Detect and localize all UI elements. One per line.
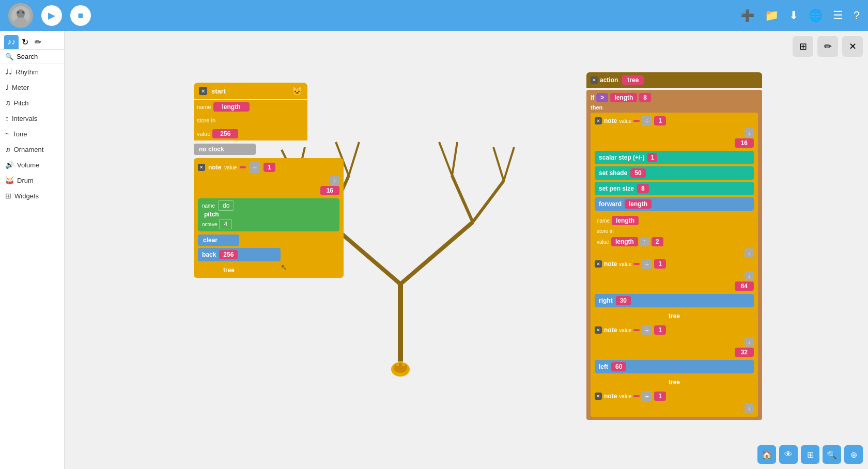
- header: ▶ ■ ➕ 📁 ⬇ 🌐 ☰ ?: [0, 0, 868, 31]
- sidebar-item-widgets[interactable]: ⊞ Widgets: [0, 188, 64, 204]
- play-button[interactable]: ▶: [41, 5, 62, 26]
- val1d[interactable]: 1: [654, 392, 666, 401]
- sidebar-item-rhythm[interactable]: ♩♩ Rhythm: [0, 64, 64, 80]
- note3-val[interactable]: [633, 329, 640, 331]
- do-label[interactable]: do: [218, 200, 234, 211]
- forward-block[interactable]: forward length: [595, 197, 754, 211]
- search-button[interactable]: 🔍: [823, 445, 841, 464]
- tree2-block[interactable]: tree: [595, 310, 754, 322]
- note-val1[interactable]: [240, 166, 246, 168]
- divide2[interactable]: ÷: [642, 116, 652, 126]
- scalar-block[interactable]: scalar step (+/-) 1: [595, 151, 754, 164]
- value-256[interactable]: 256: [212, 129, 238, 138]
- search-item[interactable]: 🔍 Search: [0, 50, 64, 64]
- sidebar-item-drum[interactable]: 🥁 Drum: [0, 173, 64, 188]
- note1-val[interactable]: [633, 120, 640, 122]
- sidebar-item-meter[interactable]: ♩ Meter: [0, 80, 64, 95]
- start-block[interactable]: ✕ start 🐱: [194, 83, 307, 99]
- pitch-block[interactable]: name do pitch octave 4: [198, 198, 339, 231]
- start-close[interactable]: ✕: [199, 87, 207, 95]
- val-8[interactable]: 8: [639, 93, 651, 102]
- divide6[interactable]: ÷: [642, 391, 652, 401]
- length-block-right[interactable]: length: [610, 93, 637, 102]
- length2-block[interactable]: length: [612, 216, 639, 225]
- shade-val[interactable]: 50: [630, 168, 645, 178]
- globe-icon[interactable]: 🌐: [809, 9, 823, 22]
- val1a[interactable]: 1: [654, 116, 666, 126]
- sidebar-item-intervals[interactable]: ↕ Intervals: [0, 111, 64, 126]
- tab-refresh[interactable]: ↻: [19, 35, 32, 49]
- action-tree-header[interactable]: ✕ action tree: [586, 72, 762, 88]
- sidebar-item-pitch[interactable]: ♫ Pitch: [0, 95, 64, 111]
- note1-close[interactable]: ✕: [595, 117, 602, 124]
- menu-icon[interactable]: ☰: [833, 9, 843, 22]
- note-close[interactable]: ✕: [198, 164, 205, 171]
- divide3[interactable]: ÷: [640, 237, 649, 246]
- note2-close[interactable]: ✕: [595, 260, 602, 268]
- tab-music[interactable]: ♪♪: [4, 35, 19, 49]
- val16a[interactable]: 16: [735, 138, 754, 148]
- val1c[interactable]: 1: [654, 325, 666, 335]
- folder-icon[interactable]: 📁: [765, 9, 779, 22]
- sidebar-item-ornament[interactable]: ♬ Ornament: [0, 142, 64, 157]
- no-clock-block[interactable]: no clock: [194, 144, 256, 155]
- set-pen-block[interactable]: set pen size 8: [595, 182, 754, 195]
- note3-row: ✕ note value ÷ 1: [595, 325, 754, 335]
- note2-val[interactable]: [633, 263, 640, 265]
- expand-button[interactable]: ✕: [842, 36, 863, 57]
- help-icon[interactable]: ?: [854, 9, 860, 22]
- sidebar-item-volume[interactable]: 🔊 Volume: [0, 157, 64, 173]
- right-block[interactable]: right 30: [595, 294, 754, 307]
- note4-val[interactable]: [633, 395, 640, 397]
- scalar-val[interactable]: 1: [647, 153, 657, 162]
- octave-val[interactable]: 4: [219, 219, 232, 229]
- zoom-in-button[interactable]: ⊕: [844, 445, 863, 464]
- sidebar-item-tone[interactable]: ~ Tone: [0, 126, 64, 142]
- home-button[interactable]: 🏠: [757, 445, 776, 464]
- left-val[interactable]: 60: [611, 362, 626, 371]
- canvas[interactable]: ✕ start 🐱 name length store in value 256…: [65, 31, 868, 469]
- val32[interactable]: 32: [735, 348, 754, 357]
- div2[interactable]: 2: [652, 237, 663, 246]
- gt-block[interactable]: >: [596, 93, 608, 102]
- action-close[interactable]: ✕: [591, 76, 598, 84]
- pen-val[interactable]: 8: [637, 184, 649, 193]
- grid-view-button[interactable]: ⊞: [793, 36, 813, 57]
- len-div[interactable]: length: [611, 237, 638, 246]
- eye-button[interactable]: 👁: [779, 445, 798, 464]
- tab-edit[interactable]: ✏: [32, 35, 44, 49]
- note-val1b[interactable]: 1: [264, 163, 275, 172]
- note4-close[interactable]: ✕: [595, 393, 602, 400]
- clear-block[interactable]: clear: [198, 234, 239, 246]
- svg-line-15: [349, 142, 359, 176]
- new-file-icon[interactable]: ➕: [740, 9, 754, 22]
- avatar: [8, 3, 33, 28]
- tree-block-left[interactable]: tree: [198, 264, 260, 276]
- back-block[interactable]: back 256: [198, 248, 281, 261]
- divide-icon[interactable]: ÷: [249, 162, 260, 173]
- back-val[interactable]: 256: [219, 250, 238, 259]
- note3-close[interactable]: ✕: [595, 326, 602, 334]
- divide5[interactable]: ÷: [642, 325, 652, 335]
- fwd-length[interactable]: length: [625, 199, 652, 209]
- down4: ↓: [745, 271, 754, 280]
- edit-button[interactable]: ✏: [817, 36, 838, 57]
- val64[interactable]: 64: [735, 282, 754, 291]
- set-shade-block[interactable]: set shade 50: [595, 166, 754, 180]
- divide4[interactable]: ÷: [642, 259, 652, 269]
- svg-point-22: [396, 363, 399, 366]
- note-val16[interactable]: 16: [320, 186, 339, 195]
- grid-button[interactable]: ⊞: [801, 445, 819, 464]
- tree3-block[interactable]: tree: [595, 377, 754, 388]
- down2: ↓: [745, 128, 754, 137]
- value-row: value 256: [194, 127, 307, 140]
- download-icon[interactable]: ⬇: [789, 9, 798, 22]
- header-right: ➕ 📁 ⬇ 🌐 ☰ ?: [740, 9, 860, 22]
- left-block[interactable]: left 60: [595, 360, 754, 373]
- length-block[interactable]: length: [213, 102, 250, 112]
- val1b[interactable]: 1: [654, 259, 666, 269]
- tree-label-right[interactable]: tree: [622, 75, 644, 85]
- stop-button[interactable]: ■: [70, 5, 91, 26]
- if-block[interactable]: if > length 8 then ✕ note value ÷ 1 ↓ 16: [586, 90, 762, 420]
- right-val[interactable]: 30: [616, 296, 631, 305]
